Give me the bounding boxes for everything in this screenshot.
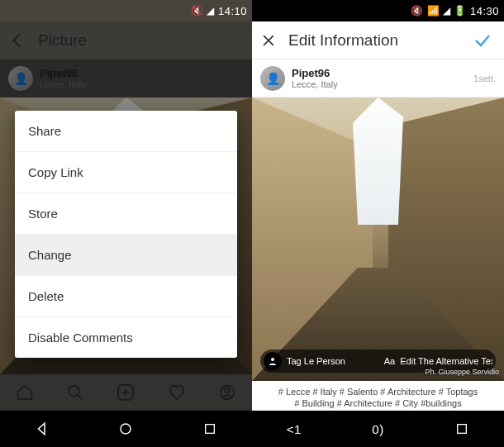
nav-back-icon[interactable] [33, 420, 51, 438]
close-icon[interactable] [260, 32, 277, 49]
svg-point-6 [271, 358, 274, 361]
svg-rect-7 [458, 425, 467, 434]
menu-change[interactable]: Change [15, 234, 237, 275]
status-icons: 🔇 📶 ◢ 🔋 [411, 5, 467, 17]
nav-home-icon[interactable]: 0) [368, 420, 387, 438]
nav-back-icon[interactable]: <1 [285, 420, 303, 438]
phone-left: 🔇 ◢ 14:10 Picture 👤 Pipet96 Lecce, Italy… [0, 0, 252, 447]
phone-right: 🔇 📶 ◢ 🔋 14:30 Edit Information 👤 Pipet96… [252, 0, 504, 447]
status-icons: 🔇 ◢ [191, 5, 215, 17]
app-bar: Edit Information [252, 21, 504, 59]
status-time: 14:30 [470, 5, 499, 17]
avatar[interactable]: 👤 [260, 66, 285, 91]
caption-input[interactable]: # Lecce # Italy # Salento # Architecture… [252, 381, 504, 411]
nav-recent-icon[interactable] [201, 420, 219, 438]
svg-point-4 [121, 424, 131, 434]
menu-share[interactable]: Share [15, 111, 237, 151]
alt-text-icon[interactable]: Aa [384, 356, 395, 366]
post-photo: Tag Le Person Aa Edit The Alternative Te… [252, 97, 504, 381]
user-location: Lecce, Italy [292, 79, 338, 89]
confirm-icon[interactable] [469, 27, 496, 54]
user-name: Pipet96 [292, 68, 338, 79]
post-time: 1sett. [473, 74, 496, 83]
status-time: 14:10 [218, 5, 247, 17]
user-info: Pipet96 Lecce, Italy [292, 68, 338, 89]
nav-recent-icon[interactable] [453, 420, 471, 438]
menu-disable-comments[interactable]: Disable Comments [15, 316, 237, 358]
menu-store[interactable]: Store [15, 193, 237, 234]
tag-people-label[interactable]: Tag Le Person [287, 356, 379, 366]
options-menu: Share Copy Link Store Change Delete Disa… [15, 111, 237, 358]
caption-line2: # Building # Architecture # City #buildi… [260, 397, 496, 409]
status-bar: 🔇 ◢ 14:10 [0, 0, 252, 21]
menu-copy-link[interactable]: Copy Link [15, 151, 237, 193]
caption-line1: # Lecce # Italy # Salento # Architecture… [260, 386, 496, 397]
android-nav: <1 0) [252, 411, 504, 447]
menu-delete[interactable]: Delete [15, 275, 237, 316]
nav-home-icon[interactable] [116, 420, 135, 438]
svg-rect-5 [206, 425, 215, 434]
user-row: 👤 Pipet96 Lecce, Italy 1sett. [252, 59, 504, 97]
photo-credit: Ph. Giuseppe Servidio [425, 368, 499, 376]
alt-text-label[interactable]: Edit The Alternative Text [400, 356, 492, 366]
status-bar: 🔇 📶 ◢ 🔋 14:30 [252, 0, 504, 21]
android-nav [0, 411, 252, 447]
tag-people-icon[interactable] [264, 352, 282, 370]
page-title: Edit Information [288, 31, 458, 50]
